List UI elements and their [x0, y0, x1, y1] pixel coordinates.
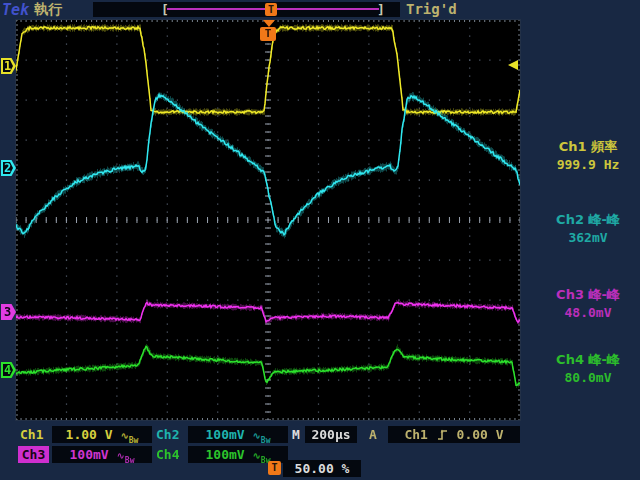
ch1-scale: 1.00 V	[66, 427, 113, 442]
trigger-level-arrow-icon[interactable]	[508, 60, 518, 70]
measurement-ch2-pkpk: Ch2 峰-峰 362mV	[538, 211, 638, 247]
trigger-status: Trig'd	[406, 1, 457, 17]
bandwidth-limit-icon: Bw	[129, 436, 139, 445]
horizontal-position-t-icon: T	[268, 461, 281, 475]
timebase-value: 200µs	[311, 427, 350, 442]
ac-coupling-icon: ∿	[120, 430, 128, 441]
ch1-scale-box: 1.00 V ∿Bw	[52, 426, 152, 443]
ac-coupling-icon: ∿	[116, 450, 124, 461]
ch2-ground-marker[interactable]: 2	[1, 160, 16, 176]
bandwidth-limit-icon: Bw	[261, 436, 271, 445]
record-window-bracket-right-icon: ]	[377, 2, 385, 17]
ch2-scale-box: 100mV ∿Bw	[188, 426, 288, 443]
ch4-marker-digit: 4	[3, 363, 12, 377]
graticule-canvas	[16, 20, 520, 420]
ch4-scale: 100mV	[206, 447, 245, 462]
measurement-label: Ch1 頻率	[538, 138, 638, 156]
tek-logo: Tek	[2, 1, 29, 19]
trigger-system-label: A	[369, 426, 377, 443]
measurement-label: Ch2 峰-峰	[538, 211, 638, 229]
record-view-bar: [ ] T	[93, 2, 400, 17]
ch1-label: Ch1	[20, 426, 43, 443]
ch3-marker-digit: 3	[3, 305, 12, 319]
graticule-area	[16, 20, 520, 420]
measurement-value: 48.0mV	[538, 304, 638, 322]
ch4-label: Ch4	[156, 446, 179, 463]
measurement-ch3-pkpk: Ch3 峰-峰 48.0mV	[538, 286, 638, 322]
ch2-scale: 100mV	[206, 427, 245, 442]
oscilloscope-screen: { "header": { "brand": "Tek", "acq_state…	[0, 0, 640, 480]
horizontal-position-value: 50.00 %	[295, 461, 350, 476]
measurement-ch4-pkpk: Ch4 峰-峰 80.0mV	[538, 351, 638, 387]
measurement-ch1-frequency: Ch1 頻率 999.9 Hz	[538, 138, 638, 174]
record-trigger-position-icon: T	[265, 3, 277, 16]
bandwidth-limit-icon: Bw	[125, 456, 135, 465]
trigger-info-box: Ch1 0.00 V	[388, 426, 520, 443]
timebase-label: M	[292, 426, 300, 443]
ch1-ground-marker[interactable]: 1	[1, 58, 16, 74]
timebase-box: 200µs	[305, 426, 357, 443]
rising-edge-icon	[436, 428, 449, 441]
ch1-marker-digit: 1	[3, 59, 12, 73]
ch3-scale-box: 100mV ∿Bw	[52, 446, 152, 463]
ch3-ground-marker[interactable]: 3	[1, 304, 16, 320]
ch2-label: Ch2	[156, 426, 179, 443]
measurement-label: Ch4 峰-峰	[538, 351, 638, 369]
ch2-marker-digit: 2	[3, 161, 12, 175]
horizontal-position-box: 50.00 %	[283, 460, 361, 477]
measurement-value: 362mV	[538, 229, 638, 247]
trigger-source: Ch1	[404, 427, 427, 442]
ch3-label-selected: Ch3	[18, 446, 49, 463]
measurement-value: 80.0mV	[538, 369, 638, 387]
measurement-label: Ch3 峰-峰	[538, 286, 638, 304]
trigger-level: 0.00 V	[457, 427, 504, 442]
ch4-ground-marker[interactable]: 4	[1, 362, 16, 378]
measurement-value: 999.9 Hz	[538, 156, 638, 174]
trigger-position-arrow-icon[interactable]	[263, 20, 275, 27]
ac-coupling-icon: ∿	[252, 450, 260, 461]
acquisition-state: 執行	[34, 1, 62, 19]
ac-coupling-icon: ∿	[252, 430, 260, 441]
ch3-scale: 100mV	[70, 447, 109, 462]
trigger-position-t-icon[interactable]: T	[260, 27, 276, 41]
